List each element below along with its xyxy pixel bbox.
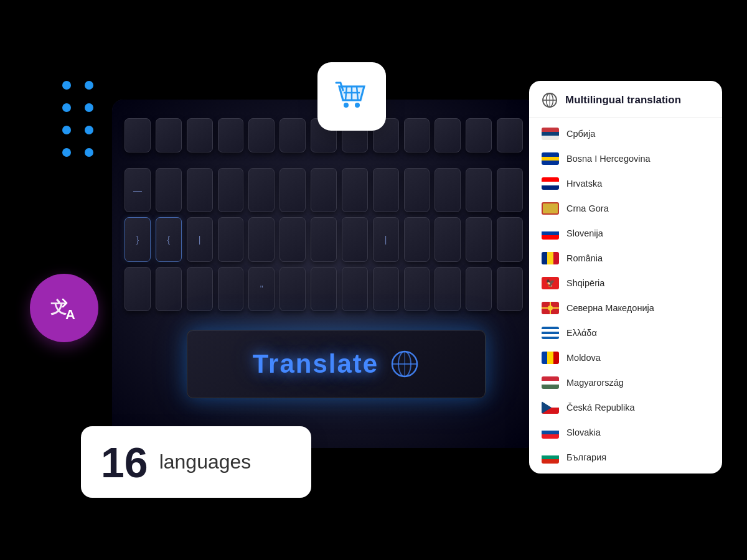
dot-3 [62, 103, 71, 112]
key-o: | [373, 217, 399, 261]
key-8 [342, 168, 368, 212]
flag-hrv [542, 177, 559, 190]
globe-icon [542, 92, 558, 108]
key-6 [280, 168, 306, 212]
keyboard-image: — } { | | [112, 100, 535, 448]
key-2 [156, 168, 182, 212]
list-item: 🦅 Shqipëria [529, 271, 722, 296]
country-name-bih: Bosna I Hercegovina [566, 154, 651, 164]
key-10 [404, 168, 430, 212]
dot-4 [85, 103, 93, 112]
key-g [280, 267, 306, 311]
key-f11 [466, 118, 492, 152]
dot-8 [85, 148, 93, 157]
key-e: | [187, 217, 213, 261]
flag-srb [542, 128, 559, 140]
country-name-bgr: България [566, 452, 606, 462]
flag-hun [542, 376, 559, 389]
list-item: Ελλάδα [529, 320, 722, 345]
flag-cze [542, 401, 559, 414]
flag-mda [542, 352, 559, 364]
flag-svk [542, 426, 559, 439]
country-name-mkd: Северна Македонија [566, 303, 654, 313]
keyboard-background: — } { | | [112, 100, 535, 448]
cart-icon [333, 78, 370, 115]
key-f5 [280, 118, 306, 152]
list-item: Bosna I Hercegovina [529, 146, 722, 171]
key-f4 [248, 118, 275, 152]
key-i [342, 217, 368, 261]
country-name-mne: Crna Gora [566, 203, 609, 213]
translate-badge-icon: 文 A [45, 289, 83, 327]
language-label: languages [159, 450, 251, 474]
key-esc [125, 118, 151, 152]
svg-point-8 [344, 103, 349, 108]
language-count: 16 [101, 441, 148, 483]
main-scene: — } { | | [0, 0, 747, 560]
key-4 [218, 168, 244, 212]
key-f1 [156, 118, 182, 152]
list-item: Česká Republika [529, 395, 722, 420]
list-item: България [529, 445, 722, 470]
list-item: România [529, 246, 722, 271]
key-bracket [435, 217, 461, 261]
translate-globe-icon [390, 349, 420, 379]
country-name-hrv: Hrvatska [566, 179, 602, 189]
flag-bih [542, 152, 559, 165]
languages-card: 16 languages [81, 426, 311, 498]
language-list[interactable]: Србија Bosna I Hercegovina Hrvatska [529, 118, 722, 474]
country-name-grc: Ελλάδα [566, 328, 597, 338]
key-7 [311, 168, 337, 212]
middle-key-area: — } { | | [125, 168, 523, 311]
key-r [218, 217, 244, 261]
translation-panel: Multilingual translation Србија Bosna I … [529, 81, 722, 474]
translate-badge: 文 A [30, 274, 98, 342]
key-f12 [497, 118, 523, 152]
country-name-svk: Slovakia [566, 427, 601, 437]
svg-text:A: A [65, 307, 75, 322]
key-a [156, 267, 182, 311]
dot-7 [62, 148, 71, 157]
cart-icon-container [317, 62, 386, 131]
flag-mne [542, 202, 559, 215]
key-11 [435, 168, 461, 212]
dot-1 [62, 81, 71, 90]
flag-grc [542, 327, 559, 339]
key-t [248, 217, 275, 261]
key-enter3 [497, 267, 523, 311]
key-tab [497, 168, 523, 212]
list-item: Северна Македонија [529, 296, 722, 320]
dot-grid [62, 81, 93, 157]
country-name-mda: Moldova [566, 353, 601, 363]
key-quote [466, 267, 492, 311]
dot-6 [85, 126, 93, 134]
key-enter2 [497, 217, 523, 261]
key-q: } [125, 217, 151, 261]
key-f9 [404, 118, 430, 152]
flag-rom [542, 252, 559, 264]
country-name-cze: Česká Republika [566, 403, 635, 413]
translate-key-text: Translate [253, 349, 378, 379]
country-name-alb: Shqipëria [566, 278, 604, 288]
key-backspace [466, 168, 492, 212]
panel-header: Multilingual translation [529, 81, 722, 118]
key-f2 [187, 118, 213, 152]
key-1: — [125, 168, 151, 212]
key-enter [466, 217, 492, 261]
flag-alb: 🦅 [542, 277, 559, 289]
panel-title: Multilingual translation [565, 94, 681, 106]
list-item: Moldova [529, 345, 722, 370]
key-5 [248, 168, 275, 212]
key-caps [125, 267, 151, 311]
dot-2 [85, 81, 93, 90]
country-name-hun: Magyarország [566, 378, 624, 388]
key-y [280, 217, 306, 261]
key-f10 [435, 118, 461, 152]
dot-5 [62, 126, 71, 134]
svg-point-9 [355, 103, 360, 108]
key-j [342, 267, 368, 311]
key-3 [187, 168, 213, 212]
key-u [311, 217, 337, 261]
translate-key: Translate [187, 330, 486, 398]
key-k [373, 267, 399, 311]
